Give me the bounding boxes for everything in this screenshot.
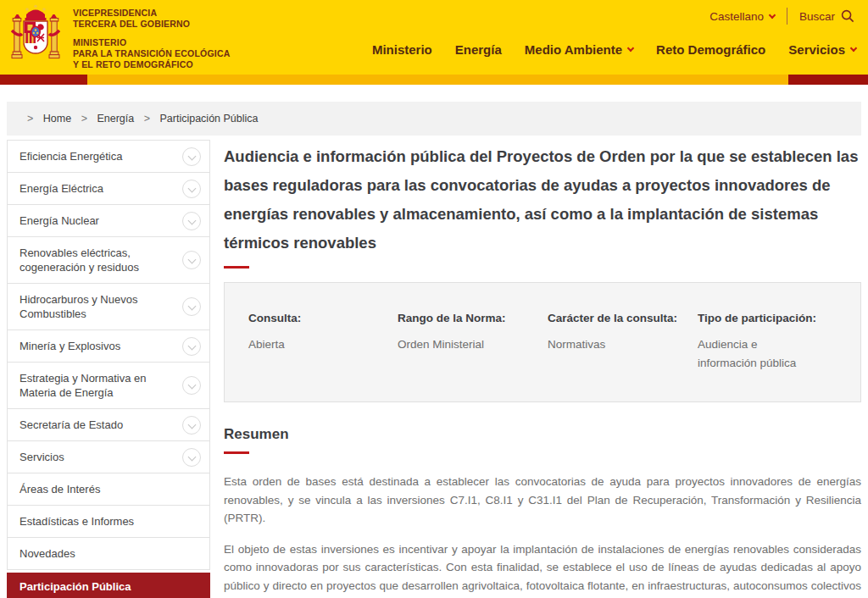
breadcrumb-link[interactable]: Participación Pública [159, 113, 258, 125]
nav-item-label: Servicios [788, 42, 845, 57]
sidebar-item-label: Hidrocarburos y Nuevos Combustibles [19, 293, 137, 320]
org-line: MINISTERIO [73, 37, 230, 48]
sidebar-item[interactable]: Estadísticas e Informes [7, 506, 210, 538]
spain-coat-of-arms [11, 3, 60, 66]
nav-item-label: Medio Ambiente [525, 42, 622, 57]
nav-item[interactable]: Energía [455, 42, 502, 57]
breadcrumb-separator: > [27, 113, 33, 125]
sidebar-item[interactable]: Energía Nuclear [7, 205, 210, 237]
search-button[interactable]: Buscar [799, 9, 854, 23]
ministry-branding[interactable]: VICEPRESIDENCIATERCERA DEL GOBIERNO MINI… [73, 8, 230, 78]
chevron-down-icon [769, 12, 776, 19]
strip-segment-red-right [788, 75, 868, 85]
sidebar-item-label: Participación Pública [19, 580, 131, 593]
info-field: Carácter de la consulta: Normativas [548, 312, 698, 373]
sidebar-item-label: Energía Eléctrica [19, 182, 103, 195]
nav-item-label: Energía [455, 42, 502, 57]
chevron-down-icon[interactable] [182, 376, 201, 395]
nav-item-label: Reto Demográfico [656, 42, 765, 57]
info-field-value: Normativas [548, 335, 698, 354]
org-line: PARA LA TRANSICIÓN ECOLÓGICA [73, 48, 230, 59]
sidebar-item-label: Áreas de Interés [19, 483, 100, 496]
chevron-down-icon[interactable] [182, 180, 201, 198]
nav-item-label: Ministerio [372, 42, 432, 57]
info-field-value: Orden Ministerial [398, 335, 548, 354]
sidebar-item[interactable]: Secretaría de Estado [7, 409, 210, 441]
chevron-down-icon[interactable] [182, 448, 201, 467]
breadcrumb: > Home > Energía > Participación Pública [7, 102, 861, 136]
chevron-down-icon [627, 45, 634, 52]
nav-item[interactable]: Reto Demográfico [656, 42, 765, 57]
info-field-label: Rango de la Norma: [398, 312, 548, 324]
sidebar-item-label: Servicios [19, 451, 64, 463]
breadcrumb-item: > Energía [75, 113, 137, 125]
sidebar-item[interactable]: Estrategia y Normativa en Materia de Ene… [7, 363, 210, 409]
strip-segment-orange [87, 75, 788, 85]
sidebar-item[interactable]: Eficiencia Energética [7, 141, 210, 173]
info-field: Consulta: Abierta [248, 312, 398, 373]
info-field-label: Tipo de participación: [698, 312, 837, 324]
breadcrumb-link[interactable]: Home [43, 113, 71, 125]
header-color-strip [0, 75, 868, 85]
page-title: Audiencia e información pública del Proy… [224, 142, 861, 257]
body-paragraph: El objeto de estas inversiones es incent… [224, 540, 861, 598]
body-paragraph: Esta orden de bases está destinada a est… [224, 473, 861, 528]
resumen-accent-line [224, 451, 249, 454]
sidebar-item[interactable]: Novedades [7, 538, 210, 570]
chevron-down-icon[interactable] [182, 251, 201, 269]
divider [787, 8, 787, 25]
resumen-heading: Resumen [224, 426, 861, 443]
sidebar: Eficiencia Energética Energía Eléctrica … [7, 140, 210, 598]
sidebar-item[interactable]: Energía Eléctrica [7, 173, 210, 205]
breadcrumb-separator: > [144, 113, 150, 125]
org-line: Y EL RETO DEMOGRÁFICO [73, 59, 230, 70]
sidebar-item[interactable]: Servicios [7, 441, 210, 473]
ministry-name: MINISTERIOPARA LA TRANSICIÓN ECOLÓGICAY … [73, 37, 230, 70]
consultation-info-box: Consulta: Abierta Rango de la Norma: Ord… [224, 282, 861, 402]
language-label: Castellano [709, 10, 764, 23]
search-icon [841, 9, 854, 23]
chevron-down-icon[interactable] [182, 297, 201, 316]
nav-item[interactable]: Servicios [788, 42, 856, 57]
strip-segment-red-left [0, 75, 87, 85]
sidebar-item[interactable]: Participación Pública [7, 573, 210, 598]
breadcrumb-link[interactable]: Energía [97, 113, 134, 125]
chevron-down-icon[interactable] [182, 212, 201, 230]
sidebar-item-label: Eficiencia Energética [19, 150, 122, 163]
chevron-down-icon [850, 45, 857, 52]
info-field: Rango de la Norma: Orden Ministerial [398, 312, 548, 373]
sidebar-item[interactable]: Minería y Explosivos [7, 330, 210, 363]
sidebar-item-label: Energía Nuclear [19, 214, 99, 227]
org-line: VICEPRESIDENCIA [73, 8, 230, 19]
info-field-value: Abierta [248, 335, 398, 354]
main-content: Audiencia e información pública del Proy… [224, 142, 861, 598]
info-field-label: Carácter de la consulta: [548, 312, 698, 324]
sidebar-item[interactable]: Hidrocarburos y Nuevos Combustibles [7, 284, 210, 330]
site-header: VICEPRESIDENCIATERCERA DEL GOBIERNO MINI… [0, 0, 868, 75]
sidebar-item-label: Estrategia y Normativa en Materia de Ene… [19, 372, 147, 399]
sidebar-item[interactable]: Áreas de Interés [7, 473, 210, 506]
sidebar-item-label: Renovables eléctricas, cogeneración y re… [19, 246, 139, 274]
breadcrumb-item: > Participación Pública [137, 113, 259, 125]
nav-item[interactable]: Medio Ambiente [525, 42, 633, 57]
sidebar-item[interactable]: Renovables eléctricas, cogeneración y re… [7, 237, 210, 284]
sidebar-item-label: Estadísticas e Informes [19, 515, 134, 528]
main-nav: Ministerio Energía Medio Ambiente Reto D… [372, 42, 856, 57]
sidebar-item-label: Secretaría de Estado [19, 418, 123, 431]
breadcrumb-item: > Home [20, 113, 75, 125]
nav-item[interactable]: Ministerio [372, 42, 432, 57]
chevron-down-icon[interactable] [182, 337, 201, 356]
chevron-down-icon[interactable] [182, 416, 201, 435]
org-line: TERCERA DEL GOBIERNO [73, 19, 230, 30]
breadcrumb-separator: > [81, 113, 87, 125]
info-field-label: Consulta: [248, 312, 398, 324]
title-accent-line [224, 266, 249, 269]
search-label: Buscar [799, 10, 835, 23]
language-selector[interactable]: Castellano [709, 10, 775, 23]
sidebar-item-label: Novedades [19, 547, 75, 560]
vicepresidency-name: VICEPRESIDENCIATERCERA DEL GOBIERNO [73, 8, 230, 30]
info-field: Tipo de participación: Audiencia e infor… [698, 312, 837, 373]
utility-bar: Castellano Buscar [709, 8, 854, 25]
chevron-down-icon[interactable] [182, 147, 201, 166]
info-field-value: Audiencia e información pública [698, 335, 837, 373]
